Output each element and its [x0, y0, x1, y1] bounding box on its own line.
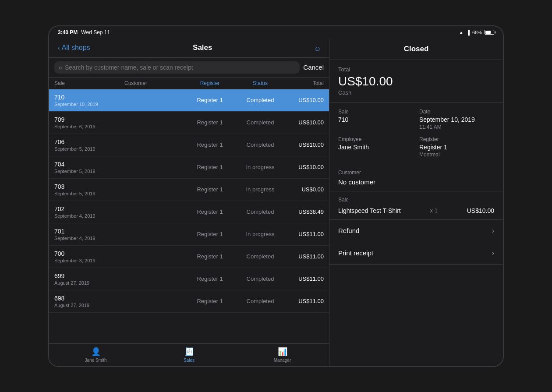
table-row[interactable]: 709 September 6, 2019 Register 1 Complet…: [49, 112, 329, 134]
row-total: US$38.49: [284, 208, 324, 215]
detail-header: Closed: [329, 39, 503, 60]
row-sale-date: September 5, 2019: [54, 146, 124, 152]
tab-bar: 👤 Jane Smith 🧾 Sales 📊 Manager: [49, 343, 329, 366]
search-bar-container: ⌕ Cancel: [49, 58, 329, 78]
tab-label-manager: Manager: [274, 358, 291, 363]
row-status: Completed: [236, 253, 284, 260]
tab-item-manager[interactable]: 📊 Manager: [236, 347, 329, 363]
signal-icon: ▐: [466, 30, 470, 35]
table-row[interactable]: 710 September 10, 2019 Register 1 Comple…: [49, 89, 329, 112]
tab-label-jane-smith: Jane Smith: [85, 358, 106, 363]
battery-fill: [485, 31, 491, 34]
search-button[interactable]: ⌕: [315, 43, 320, 53]
meta-sale-value: 710: [338, 116, 413, 123]
row-sale-number: 709: [54, 116, 124, 123]
print-receipt-button[interactable]: Print receipt ›: [329, 242, 503, 265]
total-method: Cash: [338, 89, 494, 96]
table-row[interactable]: 704 September 5, 2019 Register 1 In prog…: [49, 156, 329, 179]
sales-panel: ‹ All shops Sales ⌕ ⌕ Cancel Sale Custom…: [49, 39, 329, 366]
table-row[interactable]: 703 September 5, 2019 Register 1 In prog…: [49, 179, 329, 201]
row-total: US$11.00: [284, 253, 324, 260]
row-sale-date: August 27, 2019: [54, 303, 124, 308]
row-sale-info: 700 September 3, 2019: [54, 250, 124, 263]
row-sale-info: 699 August 27, 2019: [54, 272, 124, 286]
print-receipt-chevron-icon: ›: [492, 249, 494, 257]
sales-list: 710 September 10, 2019 Register 1 Comple…: [49, 89, 329, 343]
row-total: US$10.00: [284, 141, 324, 148]
search-icon: ⌕: [59, 64, 62, 71]
table-row[interactable]: 700 September 3, 2019 Register 1 Complet…: [49, 246, 329, 268]
row-total: US$11.00: [284, 275, 324, 282]
row-sale-info: 702 September 4, 2019: [54, 205, 124, 219]
battery-percent: 68%: [472, 30, 482, 35]
status-bar: 3:40 PM Wed Sep 11 ▲ ▐ 68%: [49, 26, 503, 39]
battery-icon: [485, 30, 494, 35]
wifi-icon: ▲: [459, 30, 464, 35]
row-sale-number: 703: [54, 183, 124, 190]
table-row[interactable]: 701 September 4, 2019 Register 1 In prog…: [49, 223, 329, 246]
meta-employee-label: Employee: [338, 136, 413, 142]
row-sale-number: 699: [54, 272, 124, 279]
row-status: Completed: [236, 208, 284, 215]
tab-item-sales[interactable]: 🧾 Sales: [142, 347, 236, 363]
meta-register: Register Register 1 Montreal: [419, 136, 494, 158]
row-sale-date: August 27, 2019: [54, 280, 124, 286]
meta-register-label: Register: [419, 136, 494, 142]
table-row[interactable]: 706 September 5, 2019 Register 1 Complet…: [49, 134, 329, 156]
row-status: In progress: [236, 231, 284, 237]
customer-section: Customer No customer: [329, 164, 503, 191]
table-header: Sale Customer Register Status Total: [49, 78, 329, 89]
row-register: Register 1: [184, 119, 236, 126]
row-sale-info: 703 September 5, 2019: [54, 183, 124, 196]
back-button[interactable]: ‹ All shops: [58, 44, 90, 52]
sale-item-row: Lightspeed Test T-Shirt x 1 US$10.00: [338, 207, 494, 214]
row-total: US$10.00: [284, 119, 324, 126]
row-sale-info: 709 September 6, 2019: [54, 116, 124, 129]
row-total: US$10.00: [284, 164, 324, 170]
item-name: Lightspeed Test T-Shirt: [338, 207, 401, 214]
row-status: Completed: [236, 298, 284, 304]
row-sale-info: 710 September 10, 2019: [54, 94, 124, 107]
row-sale-info: 706 September 5, 2019: [54, 138, 124, 152]
row-sale-info: 701 September 4, 2019: [54, 228, 124, 241]
meta-date-label: Date: [419, 109, 494, 115]
col-register: Register: [184, 80, 236, 86]
refund-chevron-icon: ›: [492, 227, 494, 235]
tab-label-sales: Sales: [184, 358, 195, 363]
refund-button[interactable]: Refund ›: [329, 220, 503, 242]
col-status: Status: [236, 80, 284, 86]
table-row[interactable]: 702 September 4, 2019 Register 1 Complet…: [49, 201, 329, 223]
row-sale-number: 702: [54, 205, 124, 212]
detail-panel: Closed Total US$10.00 Cash Sale 710 Date…: [329, 39, 503, 366]
row-total: US$11.00: [284, 298, 324, 304]
table-row[interactable]: 699 August 27, 2019 Register 1 Completed…: [49, 268, 329, 290]
row-register: Register 1: [184, 208, 236, 215]
meta-employee: Employee Jane Smith: [338, 136, 413, 158]
row-status: Completed: [236, 119, 284, 126]
search-input[interactable]: [65, 64, 295, 71]
cancel-button[interactable]: Cancel: [303, 64, 324, 71]
device-frame: 3:40 PM Wed Sep 11 ▲ ▐ 68% ‹ All shops S…: [48, 25, 504, 367]
sale-items-section: Sale Lightspeed Test T-Shirt x 1 US$10.0…: [329, 191, 503, 220]
status-date: Wed Sep 11: [81, 29, 110, 35]
row-sale-date: September 3, 2019: [54, 258, 124, 263]
back-chevron-icon: ‹: [58, 44, 60, 51]
tab-icon-sales: 🧾: [184, 347, 194, 357]
panel-header: ‹ All shops Sales ⌕: [49, 39, 329, 58]
meta-date: Date September 10, 2019 11:41 AM: [419, 109, 494, 130]
table-row[interactable]: 698 August 27, 2019 Register 1 Completed…: [49, 290, 329, 313]
status-right: ▲ ▐ 68%: [459, 30, 494, 35]
row-register: Register 1: [184, 253, 236, 260]
meta-register-sub: Montreal: [419, 152, 494, 158]
tab-item-jane-smith[interactable]: 👤 Jane Smith: [49, 347, 142, 363]
meta-sale-label: Sale: [338, 109, 413, 115]
row-register: Register 1: [184, 231, 236, 237]
status-time: 3:40 PM: [58, 29, 78, 35]
panel-title: Sales: [90, 43, 315, 52]
row-total: US$0.00: [284, 186, 324, 193]
row-status: In progress: [236, 164, 284, 170]
row-register: Register 1: [184, 186, 236, 193]
tab-icon-manager: 📊: [278, 347, 287, 357]
row-total: US$10.00: [284, 97, 324, 103]
row-sale-date: September 6, 2019: [54, 124, 124, 129]
